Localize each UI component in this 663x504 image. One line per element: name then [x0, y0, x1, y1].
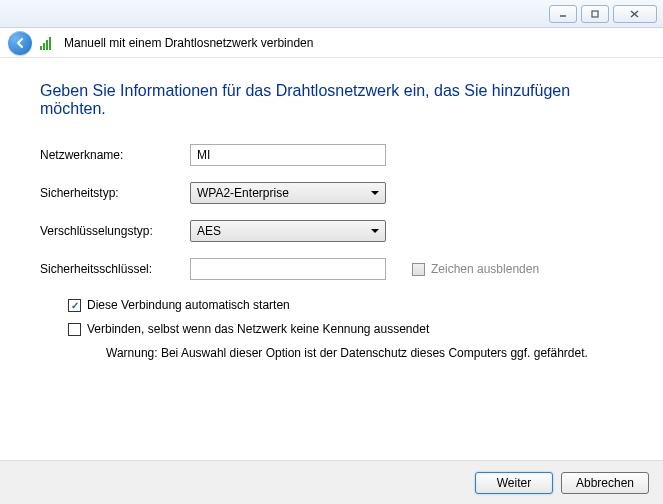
- security-key-label: Sicherheitsschlüssel:: [40, 262, 190, 276]
- window-titlebar: [0, 0, 663, 28]
- wifi-icon: [40, 36, 56, 50]
- security-type-value: WPA2-Enterprise: [197, 186, 289, 200]
- network-name-label: Netzwerkname:: [40, 148, 190, 162]
- next-button[interactable]: Weiter: [475, 472, 553, 494]
- auto-start-checkbox[interactable]: ✓: [68, 299, 81, 312]
- auto-start-label: Diese Verbindung automatisch starten: [87, 298, 290, 312]
- security-type-label: Sicherheitstyp:: [40, 186, 190, 200]
- security-type-select[interactable]: WPA2-Enterprise: [190, 182, 386, 204]
- hide-chars-checkbox: [412, 263, 425, 276]
- encryption-type-select[interactable]: AES: [190, 220, 386, 242]
- security-key-input[interactable]: [190, 258, 386, 280]
- content-area: Geben Sie Informationen für das Drahtlos…: [0, 58, 663, 460]
- connect-hidden-checkbox[interactable]: [68, 323, 81, 336]
- encryption-type-value: AES: [197, 224, 221, 238]
- wizard-footer: Weiter Abbrechen: [0, 460, 663, 504]
- page-heading: Geben Sie Informationen für das Drahtlos…: [40, 82, 623, 118]
- maximize-button[interactable]: [581, 5, 609, 23]
- encryption-type-label: Verschlüsselungstyp:: [40, 224, 190, 238]
- hide-chars-label: Zeichen ausblenden: [431, 262, 539, 276]
- cancel-button[interactable]: Abbrechen: [561, 472, 649, 494]
- network-name-input[interactable]: [190, 144, 386, 166]
- warning-text: Warnung: Bei Auswahl dieser Option ist d…: [106, 346, 623, 360]
- wizard-title: Manuell mit einem Drahtlosnetzwerk verbi…: [64, 36, 313, 50]
- back-arrow-icon: [13, 36, 27, 50]
- svg-rect-1: [592, 11, 598, 17]
- wizard-header: Manuell mit einem Drahtlosnetzwerk verbi…: [0, 28, 663, 58]
- connect-hidden-label: Verbinden, selbst wenn das Netzwerk kein…: [87, 322, 429, 336]
- close-button[interactable]: [613, 5, 657, 23]
- minimize-button[interactable]: [549, 5, 577, 23]
- back-button[interactable]: [8, 31, 32, 55]
